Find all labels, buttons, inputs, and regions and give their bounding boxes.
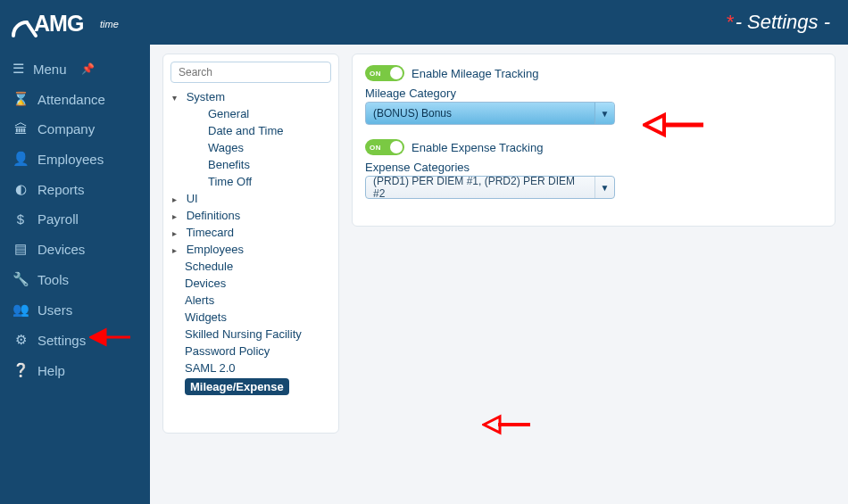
tree-node-label: System — [187, 90, 225, 103]
tree-leaf-saml[interactable]: SAML 2.0 — [172, 359, 331, 376]
devices-icon: ▤ — [12, 241, 29, 257]
help-icon: ❔ — [12, 362, 29, 378]
sidebar-item-label: Users — [37, 302, 72, 318]
sidebar-item-devices[interactable]: ▤ Devices — [0, 234, 150, 264]
expense-toggle[interactable]: ON — [365, 139, 404, 155]
hourglass-icon: ⌛ — [12, 91, 29, 107]
settings-search-input[interactable] — [170, 62, 331, 83]
tree-leaf-password-policy[interactable]: Password Policy — [172, 343, 331, 359]
gear-icon: ⚙ — [12, 332, 29, 348]
dollar-icon: $ — [12, 211, 29, 227]
sidebar-item-payroll[interactable]: $ Payroll — [0, 204, 150, 234]
pin-icon[interactable]: 📌 — [81, 62, 95, 75]
tree-leaf-schedule[interactable]: Schedule — [172, 258, 331, 275]
tree-leaf-alerts[interactable]: Alerts — [172, 292, 331, 309]
mileage-toggle-label: Enable Mileage Tracking — [412, 67, 538, 80]
tree-node-timecard[interactable]: ▸ Timecard — [172, 224, 331, 241]
users-icon: 👥 — [12, 302, 29, 318]
chevron-right-icon[interactable]: ▸ — [172, 194, 183, 204]
sidebar-item-label: Company — [37, 121, 95, 136]
expense-toggle-label: Enable Expense Tracking — [412, 141, 543, 154]
tree-leaf-mileage-expense[interactable]: Mileage/Expense — [185, 378, 289, 395]
mileage-block: ON Enable Mileage Tracking Mileage Categ… — [365, 65, 822, 125]
tree-node-label: Employees — [187, 243, 244, 256]
page-title-text: - Settings - — [736, 11, 830, 34]
tree-node-definitions[interactable]: ▸ Definitions — [172, 207, 331, 224]
tree-node-label: Timecard — [186, 226, 234, 239]
tree-node-label: Definitions — [187, 209, 241, 222]
svg-text:time: time — [100, 19, 119, 29]
user-icon: 👤 — [12, 151, 29, 167]
sidebar-item-label: Settings — [37, 333, 86, 348]
sidebar-item-label: Attendance — [37, 92, 105, 107]
piechart-icon: ◐ — [12, 181, 29, 197]
sidebar-item-label: Reports — [37, 182, 85, 197]
expense-categories-select[interactable]: (PRD1) PER DIEM #1, (PRD2) PER DIEM #2 ▼ — [365, 176, 615, 199]
tree-node-label: UI — [187, 192, 198, 205]
tree-leaf-skilled-nursing[interactable]: Skilled Nursing Facility — [172, 326, 331, 343]
chevron-right-icon[interactable]: ▸ — [172, 211, 183, 221]
wrench-icon: 🔧 — [12, 271, 29, 287]
chevron-down-icon: ▼ — [594, 103, 614, 124]
sidebar-item-help[interactable]: ❔ Help — [0, 355, 150, 385]
asterisk-icon: * — [726, 11, 734, 34]
expense-categories-value: (PRD1) PER DIEM #1, (PRD2) PER DIEM #2 — [373, 175, 589, 200]
header: AMG time * - Settings - — [0, 0, 848, 45]
mileage-category-select[interactable]: (BONUS) Bonus ▼ — [365, 102, 615, 125]
sidebar: ☰ Menu 📌 ⌛ Attendance 🏛 Company 👤 Employ… — [0, 45, 150, 504]
expense-block: ON Enable Expense Tracking Expense Categ… — [365, 139, 822, 199]
chevron-down-icon[interactable]: ▾ — [172, 93, 183, 103]
sidebar-item-users[interactable]: 👥 Users — [0, 294, 150, 325]
bank-icon: 🏛 — [12, 121, 29, 136]
sidebar-item-tools[interactable]: 🔧 Tools — [0, 264, 150, 294]
tree-leaf-general[interactable]: General — [195, 105, 331, 122]
sidebar-item-company[interactable]: 🏛 Company — [0, 114, 150, 144]
sidebar-item-settings[interactable]: ⚙ Settings — [0, 325, 150, 355]
tree-node-system[interactable]: ▾ System — [172, 88, 331, 105]
toggle-knob — [390, 67, 403, 79]
tree-leaf-date-time[interactable]: Date and Time — [195, 122, 331, 139]
sidebar-item-label: Payroll — [37, 211, 79, 227]
page-title: * - Settings - — [726, 11, 830, 34]
toggle-knob — [390, 141, 403, 153]
sidebar-menu-toggle[interactable]: ☰ Menu 📌 — [0, 54, 150, 84]
chevron-down-icon: ▼ — [594, 177, 614, 198]
toggle-on-text: ON — [370, 144, 381, 152]
chevron-right-icon[interactable]: ▸ — [172, 245, 183, 255]
settings-tree-panel: ▾ System General Date and Time Wages Ben… — [162, 54, 339, 434]
tree-node-employees[interactable]: ▸ Employees — [172, 241, 331, 258]
sidebar-item-label: Help — [37, 363, 65, 378]
sidebar-item-label: Tools — [37, 272, 69, 287]
sidebar-item-reports[interactable]: ◐ Reports — [0, 174, 150, 204]
sidebar-menu-label: Menu — [33, 62, 67, 77]
chevron-right-icon[interactable]: ▸ — [172, 228, 183, 238]
sidebar-item-label: Devices — [37, 242, 85, 257]
logo: AMG time — [9, 4, 143, 40]
tree-leaf-wages[interactable]: Wages — [195, 139, 331, 156]
mileage-category-label: Mileage Category — [365, 87, 822, 100]
expense-categories-label: Expense Categories — [365, 161, 822, 174]
content: ▾ System General Date and Time Wages Ben… — [150, 45, 848, 504]
tree-leaf-time-off[interactable]: Time Off — [195, 173, 331, 190]
tree-leaf-devices[interactable]: Devices — [172, 275, 331, 292]
tree-node-ui[interactable]: ▸ UI — [172, 190, 331, 207]
settings-panel: ON Enable Mileage Tracking Mileage Categ… — [352, 54, 836, 227]
mileage-toggle[interactable]: ON — [365, 65, 404, 81]
tree-leaf-widgets[interactable]: Widgets — [172, 309, 331, 326]
menu-icon: ☰ — [12, 61, 24, 77]
settings-tree: ▾ System General Date and Time Wages Ben… — [170, 83, 331, 395]
sidebar-item-attendance[interactable]: ⌛ Attendance — [0, 84, 150, 114]
mileage-category-value: (BONUS) Bonus — [373, 107, 452, 120]
tree-leaf-benefits[interactable]: Benefits — [195, 156, 331, 173]
toggle-on-text: ON — [370, 70, 381, 78]
sidebar-item-label: Employees — [37, 152, 104, 167]
svg-text:AMG: AMG — [34, 11, 83, 36]
sidebar-item-employees[interactable]: 👤 Employees — [0, 144, 150, 174]
